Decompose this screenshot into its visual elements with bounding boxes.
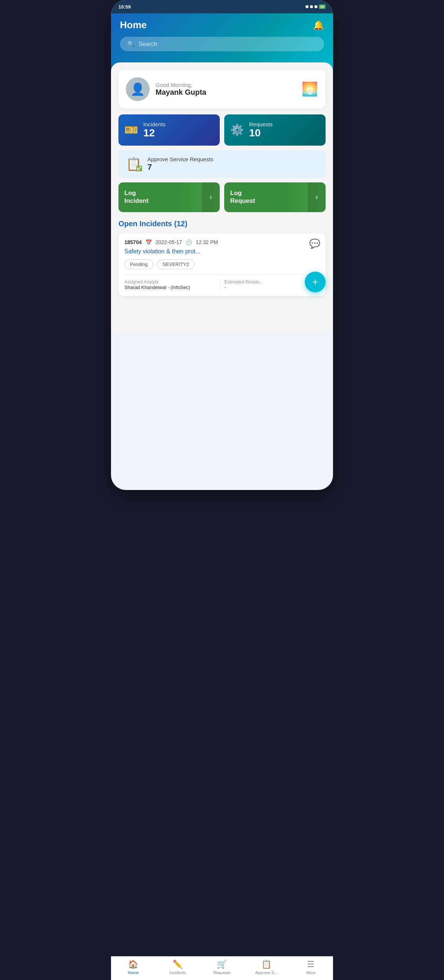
user-name: Mayank Gupta <box>155 88 206 97</box>
incidents-label: Incidents <box>143 121 166 127</box>
incidents-card[interactable]: 🎫 Incidents 12 <box>119 115 220 146</box>
incident-time: 12:32 PM <box>196 239 218 245</box>
page-title: Home <box>120 19 147 31</box>
open-incidents-title: Open Incidents (12) <box>119 220 325 228</box>
wifi-icon <box>310 5 313 8</box>
main-content: 👤 Good Morning, Mayank Gupta 🌅 🎫 Inciden… <box>111 62 333 333</box>
approve-count: 7 <box>147 162 214 172</box>
clock-icon: 🕐 <box>186 239 192 245</box>
fab-button[interactable]: + <box>305 272 325 293</box>
resolution-label: Estimated Resolu... <box>225 279 316 285</box>
approve-info: Approve Service Requests 7 <box>147 156 214 172</box>
search-icon: 🔍 <box>127 40 135 48</box>
incidents-count: 12 <box>143 127 166 139</box>
requests-count: 10 <box>249 127 273 139</box>
incident-footer: Assigned Analyst Sharad Khandelwal - (In… <box>124 275 320 290</box>
incident-card[interactable]: 💬 185704 📅 2022-05-17 🕐 12:32 PM Safety … <box>119 233 325 296</box>
analyst-label: Assigned Analyst <box>124 279 215 285</box>
requests-info: Requests 10 <box>249 121 273 139</box>
severity-badge: SEVERITY2 <box>157 259 195 269</box>
greeting-card: 👤 Good Morning, Mayank Gupta 🌅 <box>119 70 325 108</box>
log-request-arrow-icon: › <box>308 182 325 212</box>
incident-id: 185704 <box>124 239 142 245</box>
log-incident-arrow-icon: › <box>202 182 220 212</box>
log-request-label: LogRequest <box>224 182 308 212</box>
status-icons: 85 <box>306 5 325 9</box>
status-badge: Pending <box>124 259 153 269</box>
incidents-icon: 🎫 <box>124 123 138 136</box>
approve-icon-wrap: 📋 ✅ <box>126 156 141 171</box>
greeting-text: Good Morning, Mayank Gupta <box>155 82 206 97</box>
incident-date: 2022-05-17 <box>155 239 182 245</box>
chat-icon[interactable]: 💬 <box>309 239 320 249</box>
approve-card[interactable]: 📋 ✅ Approve Service Requests 7 <box>119 150 325 178</box>
sunrise-icon: 🌅 <box>301 81 318 97</box>
incident-meta: 185704 📅 2022-05-17 🕐 12:32 PM <box>124 239 320 245</box>
phone-frame: 10:59 85 Home 🔔 🔍 👤 Good Morning, Mayank <box>111 0 333 490</box>
incident-badges: Pending SEVERITY2 <box>124 259 320 269</box>
incidents-info: Incidents 12 <box>143 121 166 139</box>
search-input[interactable] <box>138 41 317 48</box>
requests-card[interactable]: ⚙️ Requests 10 <box>224 115 325 146</box>
signal-icon <box>306 5 309 8</box>
requests-label: Requests <box>249 121 273 127</box>
log-incident-label: LogIncident <box>119 182 202 212</box>
status-time: 10:59 <box>119 4 131 10</box>
approve-label: Approve Service Requests <box>147 156 214 162</box>
incident-title: Safety violation & then prot... <box>124 248 320 255</box>
analyst-col: Assigned Analyst Sharad Khandelwal - (In… <box>124 279 220 290</box>
search-bar[interactable]: 🔍 <box>120 37 324 51</box>
avatar: 👤 <box>126 77 150 101</box>
approve-check-icon: ✅ <box>136 165 142 171</box>
bluetooth-icon <box>314 5 317 8</box>
requests-icon: ⚙️ <box>230 123 244 136</box>
notification-bell-icon[interactable]: 🔔 <box>313 20 324 30</box>
greeting-sub: Good Morning, <box>155 82 206 88</box>
log-incident-button[interactable]: LogIncident › <box>119 182 220 212</box>
resolution-value: - <box>225 285 316 290</box>
log-request-button[interactable]: LogRequest › <box>224 182 325 212</box>
log-buttons-row: LogIncident › LogRequest › <box>119 182 325 212</box>
analyst-name: Sharad Khandelwal - (InfoSec) <box>124 285 215 290</box>
status-bar: 10:59 85 <box>111 0 333 13</box>
battery-level: 85 <box>319 5 325 9</box>
calendar-icon: 📅 <box>146 239 152 245</box>
stats-row: 🎫 Incidents 12 ⚙️ Requests 10 <box>119 115 325 146</box>
